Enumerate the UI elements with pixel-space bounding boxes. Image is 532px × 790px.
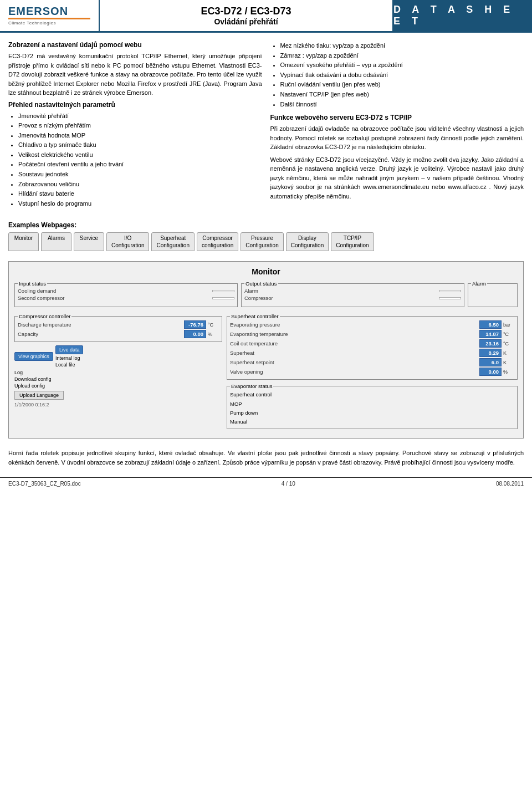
evap-pressure-value: 6.50 <box>479 320 502 329</box>
left-para1: EC3-D72 má vestavěný komunikační protoko… <box>8 52 262 98</box>
emerson-logo-line <box>8 18 90 19</box>
coil-out-temp-row: Coil out temperature 23.16 °C <box>230 339 514 348</box>
evaporator-status-panel: Evaporator status Superheat control MOP … <box>227 383 518 429</box>
bottom-text-section: Horní řada roletek popisuje jednotlivé s… <box>0 444 532 475</box>
tab-tcpip-config[interactable]: TCP/IP Configuration <box>331 232 374 251</box>
coil-out-temp-value: 23.16 <box>479 339 502 348</box>
right-heading: Funkce webového serveru EC3-D72 s TCP/IP <box>270 114 524 121</box>
tab-display-config[interactable]: Display Configuration <box>286 232 329 251</box>
list-item: Hlídání stavu baterie <box>18 189 262 199</box>
evap-pressure-unit: bar <box>503 322 514 328</box>
main-content: Zobrazení a nastavení údajů pomocí webu … <box>0 33 532 218</box>
monitor-buttons-row: View graphics Live data Internal log Loc… <box>14 345 222 368</box>
tab-compressor-config[interactable]: Compressor configuration <box>197 232 238 251</box>
internal-log-link[interactable]: Internal log <box>55 355 84 361</box>
compressor-output-label: Compressor <box>244 295 439 301</box>
list-item: Velikost elektrického ventilu <box>18 150 262 160</box>
page-header: EMERSON Climate Technologies EC3-D72 / E… <box>0 0 532 33</box>
logo-block: EMERSON Climate Technologies <box>0 0 100 31</box>
upload-config-row: Upload config <box>14 383 222 389</box>
upload-config-link[interactable]: Upload config <box>14 383 222 389</box>
examples-section: Examples Webpages: Monitor Alarms Servic… <box>0 218 532 261</box>
evap-temp-label: Evaporating temperature <box>230 331 479 337</box>
evap-temp-value: 14.87 <box>479 330 502 338</box>
capacity-unit: % <box>208 332 219 337</box>
superheat-row: Superheat 8.29 K <box>230 349 514 357</box>
discharge-temp-row: Discharge temperature -76.76 °C <box>18 320 219 329</box>
monitor-top-row: Input status Cooling demand Second compr… <box>14 281 518 310</box>
discharge-temp-label: Discharge temperature <box>18 322 184 328</box>
coil-out-temp-unit: °C <box>503 341 514 346</box>
list-item: Provoz s nízkým přehřátím <box>18 121 262 131</box>
list-item: Chladivo a typ snímače tlaku <box>18 140 262 150</box>
monitor-left-panel: Compressor controller Discharge temperat… <box>14 313 222 432</box>
list-item: Jmenovité přehřátí <box>18 111 262 121</box>
valve-opening-label: Valve opening <box>230 369 479 375</box>
capacity-row: Capacity 0.00 % <box>18 330 219 338</box>
header-title-block: EC3-D72 / EC3-D73 Ovládání přehřátí <box>100 0 393 31</box>
right-bullet-list: Mez nízkého tlaku: vyp/zap a zpoždění Zá… <box>270 41 524 109</box>
tab-pressure-config[interactable]: Pressure Configuration <box>241 232 283 251</box>
mop-row: MOP <box>230 400 514 409</box>
second-compressor-label: Second compressor <box>18 295 212 301</box>
capacity-label: Capacity <box>18 331 184 337</box>
coil-out-temp-label: Coil out temperature <box>230 340 479 346</box>
right-para2: Webové stránky EC3-D72 jsou vícejazyčné.… <box>270 155 524 201</box>
footer-doc: EC3-D7_35063_CZ_R05.doc <box>8 481 81 487</box>
superheat-setpoint-row: Superheat setpoint 6.0 K <box>230 358 514 366</box>
datasheet-banner: D A T A S H E E T <box>393 0 532 31</box>
examples-label: Examples Webpages: <box>8 221 524 229</box>
superheat-setpoint-value: 6.0 <box>479 358 502 366</box>
superheat-unit: K <box>503 350 514 356</box>
tab-io-config[interactable]: I/O Configuration <box>106 232 149 251</box>
tabs-row: Monitor Alarms Service I/O Configuration… <box>8 232 524 251</box>
list-item: Ruční ovládání ventilu (jen přes web) <box>280 80 524 90</box>
evap-pressure-row: Evaporating pressure 6.50 bar <box>230 320 514 329</box>
discharge-temp-value: -76.76 <box>184 320 206 329</box>
cooling-demand-value <box>212 290 234 292</box>
live-data-button[interactable]: Live data <box>55 345 84 354</box>
list-item: Další činností <box>280 100 524 110</box>
alarm-output-label: Alarm <box>244 288 439 294</box>
manual-row: Manual <box>230 417 514 426</box>
tab-alarms[interactable]: Alarms <box>41 232 71 251</box>
left-column: Zobrazení a nastavení údajů pomocí webu … <box>8 41 262 213</box>
timestamp: 1/1/2000 0:16:2 <box>14 402 222 407</box>
tab-service[interactable]: Service <box>74 232 104 251</box>
evaporator-status-legend: Evaporator status <box>230 383 273 389</box>
cooling-demand-label: Cooling demand <box>18 288 212 294</box>
compressor-controller-panel: Compressor controller Discharge temperat… <box>14 313 222 342</box>
alarm-output-row: Alarm <box>244 288 461 294</box>
alarm-output-value <box>439 290 461 292</box>
page-footer: EC3-D7_35063_CZ_R05.doc 4 / 10 08.08.201… <box>0 477 532 490</box>
left-heading2: Přehled nastavitelných parametrů <box>8 101 262 109</box>
left-heading1: Zobrazení a nastavení údajů pomocí webu <box>8 41 262 49</box>
compressor-controller-legend: Compressor controller <box>18 313 71 319</box>
local-file-link[interactable]: Local file <box>55 362 84 368</box>
upload-language-button[interactable]: Upload Language <box>14 391 64 400</box>
output-status-legend: Output status <box>244 281 278 287</box>
tab-superheat-config[interactable]: Superheat Configuration <box>151 232 194 251</box>
left-bullet-list: Jmenovité přehřátí Provoz s nízkým přehř… <box>8 111 262 209</box>
list-item: Nastavení TCP/IP (jen přes web) <box>280 90 524 100</box>
input-status-panel: Input status Cooling demand Second compr… <box>14 281 238 307</box>
second-compressor-row: Second compressor <box>18 295 234 301</box>
superheat-setpoint-unit: K <box>503 360 514 365</box>
subtitle: Ovládání přehřátí <box>214 17 278 26</box>
emerson-logo-text: EMERSON <box>8 6 90 17</box>
model-title: EC3-D72 / EC3-D73 <box>201 6 291 17</box>
superheat-label: Superheat <box>230 350 479 356</box>
bottom-paragraph: Horní řada roletek popisuje jednotlivé s… <box>8 448 524 467</box>
output-status-panel: Output status Alarm Compressor <box>241 281 464 307</box>
monitor-middle-row: Compressor controller Discharge temperat… <box>14 313 518 432</box>
footer-date: 08.08.2011 <box>496 481 524 487</box>
download-config-link[interactable]: Download config <box>14 376 222 382</box>
alarm-panel: Alarm <box>468 281 518 307</box>
alarm-legend: Alarm <box>471 281 487 287</box>
compressor-output-row: Compressor <box>244 295 461 301</box>
tab-monitor[interactable]: Monitor <box>8 232 39 251</box>
log-link[interactable]: Log <box>14 370 222 375</box>
view-graphics-button[interactable]: View graphics <box>14 352 53 361</box>
list-item: Vstupní heslo do programu <box>18 199 262 209</box>
list-item: Vypínací tlak odsávání a dobu odsávání <box>280 70 524 80</box>
